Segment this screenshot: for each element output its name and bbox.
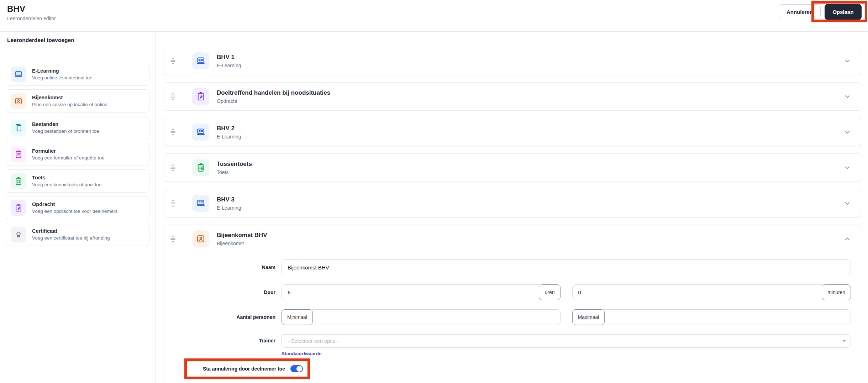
drag-handle-icon[interactable]: [170, 199, 176, 208]
name-input[interactable]: [282, 259, 851, 275]
sidebar-item-label: Toets: [32, 175, 101, 180]
component-row-header[interactable]: BHV 1 E-Learning: [164, 47, 861, 75]
duration-hours-group: uren: [282, 284, 561, 300]
component-card-bhv-2: BHV 2 E-Learning: [164, 118, 861, 146]
component-card-bhv-3: BHV 3 E-Learning: [164, 189, 861, 217]
files-icon: [11, 120, 26, 136]
sidebar-item-bestanden[interactable]: Bestanden Voeg bestanden of bronnen toe: [6, 116, 149, 139]
participant-cancellation-toggle[interactable]: [290, 365, 303, 372]
duration-hours-input[interactable]: [282, 284, 542, 300]
meeting-icon: [11, 93, 26, 109]
form-icon: [11, 147, 26, 162]
page-header: BHV Leeronderdelen editor Annuleren Opsl…: [0, 0, 868, 32]
people-count-label: Aantal personen: [164, 314, 282, 320]
drag-handle-icon[interactable]: [170, 57, 176, 65]
trainer-select[interactable]: --Selecteer een optie--: [282, 334, 851, 348]
expanded-card-bijeenkomst-bhv: Bijeenkomst BHV Bijeenkomst Naam Duur: [164, 225, 861, 383]
duration-minutes-input[interactable]: [572, 284, 826, 300]
component-card-bhv-1: BHV 1 E-Learning: [164, 47, 861, 75]
sidebar-item-description: Plan een sessie op locatie of online: [32, 102, 107, 107]
page-subtitle: Leeronderdelen editor: [7, 16, 56, 21]
duration-minutes-group: minuten: [572, 284, 851, 300]
sidebar-item-label: Bestanden: [32, 121, 99, 127]
sidebar-item-list: E-Learning Voeg online lesmateriaal toe …: [0, 49, 155, 246]
chevron-down-icon[interactable]: [843, 57, 852, 65]
component-row-header[interactable]: BHV 2 E-Learning: [164, 118, 861, 146]
hours-suffix: uren: [539, 284, 560, 300]
drag-handle-icon[interactable]: [170, 92, 176, 101]
sidebar-item-formulier[interactable]: Formulier Voeg een formulier of enquête …: [6, 143, 149, 166]
component-type: E-Learning: [217, 134, 241, 140]
sidebar-item-label: Formulier: [32, 148, 104, 154]
sidebar-item-e-learning[interactable]: E-Learning Voeg online lesmateriaal toe: [6, 63, 149, 86]
elearning-icon: [192, 124, 209, 141]
component-title: BHV 1: [217, 54, 241, 61]
chevron-down-icon[interactable]: [843, 163, 852, 172]
sidebar-item-description: Voeg een opdracht toe voor deelnemers: [32, 209, 117, 214]
elearning-icon: [192, 195, 209, 212]
assignment-icon: [11, 200, 26, 216]
chevron-down-icon[interactable]: [843, 92, 852, 101]
cancel-button[interactable]: Annuleren: [779, 4, 821, 19]
minutes-suffix: minuten: [822, 284, 851, 300]
drag-handle-icon[interactable]: [170, 128, 176, 136]
component-title: Doeltreffend handelen bij noodsituaties: [217, 89, 330, 96]
component-title: BHV 3: [217, 196, 241, 203]
header-text: BHV Leeronderdelen editor: [7, 4, 56, 21]
drag-handle-icon[interactable]: [170, 235, 176, 243]
max-people-input[interactable]: [601, 309, 851, 325]
expanded-card-title: Bijeenkomst BHV: [217, 232, 267, 239]
component-type: Toets: [217, 169, 252, 175]
component-card-doeltreffend-handelen: Doeltreffend handelen bij noodsituaties …: [164, 82, 861, 111]
component-card-tussentoets: Tussentoets Toets: [164, 153, 861, 182]
quiz-icon: [11, 173, 26, 189]
assignment-icon: [192, 88, 209, 105]
maximum-prefix: Maximaal: [572, 309, 605, 325]
cancellation-toggle-label: Sta annulering door deelnemer toe: [203, 366, 285, 372]
save-button[interactable]: Opslaan: [825, 4, 862, 20]
expanded-card-header[interactable]: Bijeenkomst BHV Bijeenkomst: [164, 225, 861, 253]
minimum-prefix: Minimaal: [282, 309, 313, 325]
sidebar-item-label: Bijeenkomst: [32, 95, 107, 100]
min-people-group: Minimaal: [282, 309, 561, 325]
drag-handle-icon[interactable]: [170, 163, 176, 172]
chevron-up-icon[interactable]: [843, 235, 852, 243]
sidebar-title: Leeronderdeel toevoegen: [0, 32, 155, 49]
trainer-label: Trainer: [164, 338, 282, 343]
learning-component-list: BHV 1 E-Learning Doeltreffend handelen b…: [164, 47, 861, 217]
sidebar-item-toets[interactable]: Toets Voeg een kennistoets of quiz toe: [6, 169, 149, 193]
min-people-input[interactable]: [309, 309, 560, 325]
page-title: BHV: [7, 4, 56, 14]
component-type: E-Learning: [217, 205, 241, 211]
component-type: E-Learning: [217, 63, 241, 68]
component-row-header[interactable]: BHV 3 E-Learning: [164, 189, 861, 217]
elearning-icon: [192, 52, 209, 69]
sidebar-item-description: Voeg bestanden of bronnen toe: [32, 128, 99, 134]
meeting-icon: [192, 230, 209, 247]
select-caret-icon: [842, 340, 846, 342]
duration-label: Duur: [164, 289, 282, 295]
cancellation-toggle-highlight-annotation: Sta annulering door deelnemer toe: [184, 358, 310, 379]
certificate-icon: [11, 227, 26, 242]
quiz-icon: [192, 159, 209, 176]
chevron-down-icon[interactable]: [843, 128, 852, 136]
component-type: Opdracht: [217, 98, 330, 104]
chevron-down-icon[interactable]: [843, 199, 852, 208]
sidebar: Leeronderdeel toevoegen E-Learning Voeg …: [0, 32, 156, 383]
main-panel: BHV 1 E-Learning Doeltreffend handelen b…: [156, 32, 868, 383]
toggle-knob: [296, 366, 302, 372]
sidebar-item-description: Voeg een formulier of enquête toe: [32, 155, 104, 161]
sidebar-item-label: Certificaat: [32, 228, 110, 234]
component-row-header[interactable]: Tussentoets Toets: [164, 154, 861, 182]
sidebar-item-certificaat[interactable]: Certificaat Voeg een certificaat toe bij…: [6, 223, 149, 246]
sidebar-item-opdracht[interactable]: Opdracht Voeg een opdracht toe voor deel…: [6, 196, 149, 219]
component-row-header[interactable]: Doeltreffend handelen bij noodsituaties …: [164, 83, 861, 110]
component-title: Tussentoets: [217, 161, 252, 168]
name-label: Naam: [164, 264, 282, 270]
sidebar-item-description: Voeg een certificaat toe bij afronding: [32, 235, 110, 241]
component-title: BHV 2: [217, 125, 241, 132]
bijeenkomst-form: Naam Duur uren minuten: [164, 253, 861, 383]
sidebar-item-bijeenkomst[interactable]: Bijeenkomst Plan een sessie op locatie o…: [6, 89, 149, 112]
default-value-link[interactable]: Standaardwaarde: [282, 351, 322, 356]
sidebar-item-description: Voeg een kennistoets of quiz toe: [32, 182, 101, 187]
